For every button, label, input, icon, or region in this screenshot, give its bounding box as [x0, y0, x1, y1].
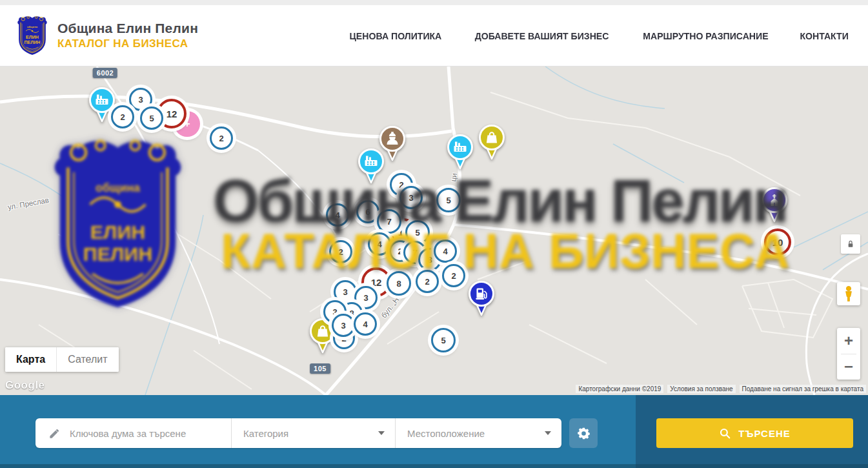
cluster-marker[interactable]: 2: [442, 264, 465, 287]
cluster-marker[interactable]: 4: [354, 312, 377, 336]
search-input-group: Категория Местоположение: [35, 418, 561, 448]
site-logo[interactable]: община ЕЛИН ПЕЛИН Община Елин Пелин КАТА…: [16, 15, 198, 56]
search-panel-right: ТЪРСЕНЕ: [636, 395, 868, 468]
pencil-icon: [48, 427, 61, 440]
google-logo[interactable]: Google: [5, 379, 45, 392]
zoom-in-button[interactable]: +: [837, 328, 860, 354]
search-panel-left: Категория Местоположение: [0, 395, 636, 468]
cluster-marker[interactable]: 2: [111, 105, 134, 128]
keyword-search-input[interactable]: [70, 428, 223, 439]
lock-button[interactable]: [841, 234, 860, 254]
cluster-marker[interactable]: 8: [387, 271, 411, 296]
svg-text:ПЕЛИН: ПЕЛИН: [25, 40, 41, 45]
factory-pin[interactable]: [446, 134, 474, 170]
nav-item[interactable]: ДОБАВЕТЕ ВАШИЯТ БИЗНЕС: [475, 30, 609, 41]
fuel-pin[interactable]: [467, 280, 496, 316]
worker-pin[interactable]: [378, 125, 407, 161]
advanced-settings-button[interactable]: [569, 418, 598, 448]
cluster-marker[interactable]: 4: [368, 232, 391, 256]
church-pin[interactable]: [760, 187, 789, 223]
category-select[interactable]: Категория: [231, 418, 395, 448]
map-markers-layer: +123252246351275242784212823383234510: [0, 66, 868, 395]
cluster-marker[interactable]: 10: [764, 229, 791, 256]
search-button[interactable]: ТЪРСЕНЕ: [656, 418, 853, 448]
cluster-marker[interactable]: 7: [377, 209, 401, 234]
map-view-button[interactable]: Карта: [5, 347, 56, 372]
category-select-value: Категория: [243, 428, 288, 439]
search-button-label: ТЪРСЕНЕ: [738, 428, 791, 439]
zoom-out-button[interactable]: −: [837, 354, 860, 380]
page-top-margin: [0, 0, 868, 5]
gear-icon: [577, 427, 590, 440]
search-panel: Категория Местоположение ТЪРСЕНЕ: [0, 395, 868, 468]
cluster-marker[interactable]: 5: [436, 188, 461, 212]
cluster-marker[interactable]: 3: [332, 314, 355, 337]
chevron-down-icon: [378, 431, 385, 435]
municipality-crest-icon: община ЕЛИН ПЕЛИН: [16, 15, 48, 56]
cluster-marker[interactable]: 2: [329, 240, 352, 263]
map-attribution: Картографски данни ©2019Условия за ползв…: [576, 385, 866, 393]
map-type-control: Карта Сателит: [5, 347, 119, 372]
logo-text: Община Елин Пелин КАТАЛОГ НА БИЗНЕСА: [57, 21, 198, 50]
cluster-marker[interactable]: 4: [326, 203, 349, 227]
chevron-down-icon: [545, 431, 551, 435]
cluster-marker[interactable]: 5: [140, 107, 163, 130]
bag-pin[interactable]: [478, 124, 506, 160]
pegman-icon: [841, 285, 856, 302]
svg-text:община: община: [27, 25, 38, 28]
map-data-copyright: Картографски данни ©2019: [576, 385, 663, 393]
cluster-marker[interactable]: 3: [399, 186, 423, 209]
svg-text:ЕЛИН: ЕЛИН: [26, 35, 39, 39]
search-icon: [719, 427, 731, 440]
cluster-marker[interactable]: 5: [431, 328, 456, 352]
keyword-segment: [35, 418, 231, 448]
map-canvas[interactable]: ул. Преславбул. „Новоселци6002105 +12325…: [0, 66, 868, 395]
padlock-icon: [845, 239, 856, 249]
page: община ЕЛИН ПЕЛИН Община Елин Пелин КАТА…: [0, 0, 868, 468]
zoom-control: + −: [837, 328, 860, 380]
cluster-marker[interactable]: 6: [356, 200, 379, 223]
location-select[interactable]: Местоположение: [395, 418, 561, 448]
site-subtitle: КАТАЛОГ НА БИЗНЕСА: [57, 37, 198, 50]
cluster-marker[interactable]: 4: [434, 239, 457, 263]
cluster-marker[interactable]: 2: [210, 127, 233, 150]
site-header: община ЕЛИН ПЕЛИН Община Елин Пелин КАТА…: [0, 5, 868, 66]
site-title: Община Елин Пелин: [57, 21, 198, 36]
nav-item[interactable]: КОНТАКТИ: [800, 30, 848, 41]
nav-item[interactable]: ЦЕНОВА ПОЛИТИКА: [350, 30, 442, 41]
report-map-error-link[interactable]: Подаване на сигнал за грешка в картата: [740, 385, 866, 393]
street-view-pegman[interactable]: [837, 282, 860, 305]
satellite-view-button[interactable]: Сателит: [56, 347, 118, 372]
main-nav: ЦЕНОВА ПОЛИТИКАДОБАВЕТЕ ВАШИЯТ БИЗНЕСМАР…: [347, 30, 850, 41]
terms-of-use-link[interactable]: Условия за ползване: [667, 385, 735, 393]
nav-item[interactable]: МАРШРУТНО РАЗПИСАНИЕ: [643, 30, 768, 41]
cluster-marker[interactable]: 2: [416, 270, 439, 293]
location-select-value: Местоположение: [407, 428, 485, 439]
